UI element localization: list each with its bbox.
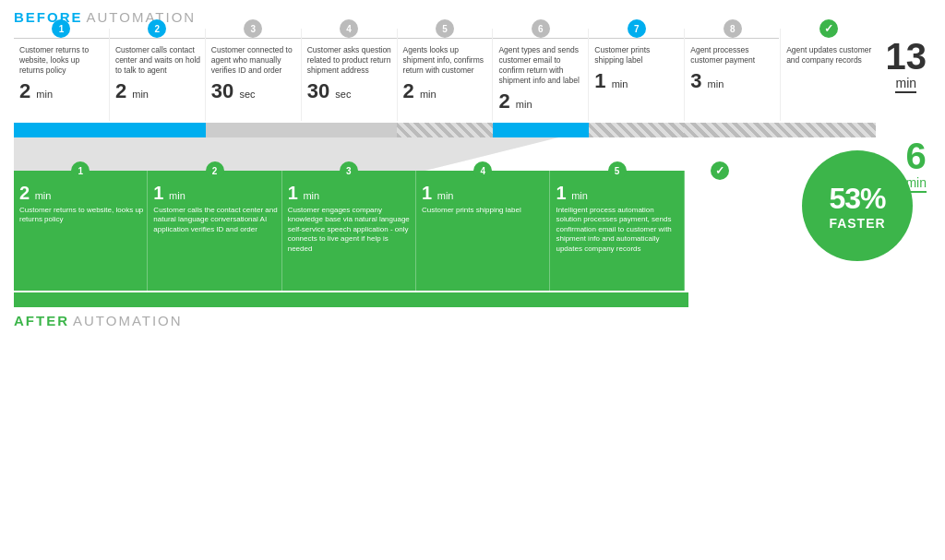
after-step-3: 3 1 min Customer engages company knowled… (282, 171, 416, 291)
after-band-green (14, 292, 688, 307)
step-5-text: Agents looks up shipment info, confirms … (403, 45, 489, 76)
step-2-time: 2 min (115, 79, 201, 103)
faster-pct: 53% (829, 182, 885, 216)
after-step-3-text: Customer engages company knowledge base … (288, 206, 412, 254)
before-step-6: 6 Agent types and sends customer email t… (493, 29, 589, 121)
band-stripe-3 (684, 123, 876, 137)
band-blue-1 (14, 123, 206, 137)
step-8-text: Agent processes customer payment (690, 45, 776, 66)
after-band-white (688, 292, 756, 307)
step-3-text: Customer connected to agent who manually… (211, 45, 297, 76)
after-step-4: 4 1 min Customer prints shipping label (416, 171, 550, 291)
faster-label: FASTER (829, 216, 885, 231)
step-num-3: 3 (244, 19, 262, 38)
step-3-time: 30 sec (211, 79, 297, 103)
before-section: 1 Customer returns to website, looks up … (14, 29, 931, 121)
after-step-2: 2 1 min Customer calls the contact cente… (148, 171, 281, 291)
after-step-1-time: 2 min (19, 184, 143, 202)
main-container: BEFORE AUTOMATION 1 Customer returns to … (0, 0, 945, 560)
step-6-text: Agent types and sends customer email to … (498, 45, 584, 86)
after-rest: AUTOMATION (73, 313, 183, 328)
before-step-2: 2 Customer calls contact center and wait… (110, 29, 206, 121)
before-total-unit: min (895, 76, 916, 93)
after-step-3-time: 1 min (288, 184, 412, 202)
step-8-time: 3 min (690, 69, 776, 93)
step-1-time: 2 min (19, 79, 105, 103)
band-stripe-1 (397, 123, 493, 137)
after-step-2-time: 1 min (153, 184, 277, 202)
after-step-2-text: Customer calls the contact center and na… (153, 206, 277, 234)
step-7-time: 1 min (594, 69, 680, 93)
step-1-text: Customer returns to website, looks up re… (19, 45, 105, 76)
band-blue-2 (493, 123, 589, 137)
before-step-8: 8 Agent processes customer payment 3 min (685, 29, 781, 121)
step-6-time: 2 min (498, 89, 584, 113)
step-num-2: 2 (148, 19, 166, 38)
step-num-1: 1 (52, 19, 70, 38)
before-color-bands (14, 123, 876, 137)
after-highlight: AFTER (14, 313, 69, 328)
after-step-4-time: 1 min (422, 184, 545, 202)
step-4-time: 30 sec (307, 79, 393, 103)
step-7-text: Customer prints shipping label (594, 45, 680, 66)
before-step-check: ✓ Agent updates customer and company rec… (781, 29, 876, 121)
step-check-text: Agent updates customer and company recor… (786, 45, 872, 66)
after-step-num-1: 1 (71, 161, 90, 180)
after-step-4-text: Customer prints shipping label (422, 206, 545, 215)
step-2-text: Customer calls contact center and waits … (115, 45, 201, 76)
step-num-check: ✓ (819, 19, 838, 38)
before-total-time: 13 min (886, 38, 927, 91)
after-step-1: 1 2 min Customer returns to website, loo… (14, 171, 148, 291)
after-step-num-5: 5 (608, 161, 627, 180)
after-step-check: ✓ (685, 171, 756, 291)
faster-circle: 53% FASTER (802, 150, 913, 261)
step-num-7: 7 (628, 19, 646, 38)
funnel-svg (14, 137, 931, 171)
funnel-area: 6 min (14, 137, 931, 171)
step-num-4: 4 (340, 19, 358, 38)
step-num-6: 6 (532, 19, 550, 38)
after-step-5-time: 1 min (556, 184, 679, 202)
band-gray-1 (206, 123, 398, 137)
after-section: 1 2 min Customer returns to website, loo… (14, 171, 931, 307)
before-step-7: 7 Customer prints shipping label 1 min (589, 29, 685, 121)
band-stripe-2 (589, 123, 685, 137)
after-steps-row: 1 2 min Customer returns to website, loo… (14, 171, 756, 291)
after-color-bands (14, 292, 756, 307)
step-4-text: Customer asks question related to produc… (307, 45, 393, 76)
after-step-check-num: ✓ (711, 161, 729, 180)
before-highlight: BEFORE (14, 9, 83, 25)
before-step-3: 3 Customer connected to agent who manual… (206, 29, 302, 121)
before-rest: AUTOMATION (87, 9, 197, 25)
after-step-1-text: Customer returns to website, looks up re… (19, 206, 143, 225)
step-num-5: 5 (436, 19, 454, 38)
before-total-number: 13 (886, 36, 927, 77)
before-step-5: 5 Agents looks up shipment info, confirm… (398, 29, 494, 121)
before-steps-row: 1 Customer returns to website, looks up … (14, 29, 876, 121)
after-header: AFTER AUTOMATION (14, 313, 931, 328)
after-step-5: 5 1 min Intelligent process automation s… (550, 171, 684, 291)
before-step-4: 4 Customer asks question related to prod… (302, 29, 398, 121)
after-step-num-3: 3 (340, 161, 358, 180)
after-step-num-4: 4 (473, 161, 492, 180)
after-step-5-text: Intelligent process automation solution … (556, 206, 679, 254)
before-step-1: 1 Customer returns to website, looks up … (14, 29, 110, 121)
after-step-num-2: 2 (206, 161, 224, 180)
step-5-time: 2 min (403, 79, 489, 103)
step-num-8: 8 (724, 19, 742, 38)
